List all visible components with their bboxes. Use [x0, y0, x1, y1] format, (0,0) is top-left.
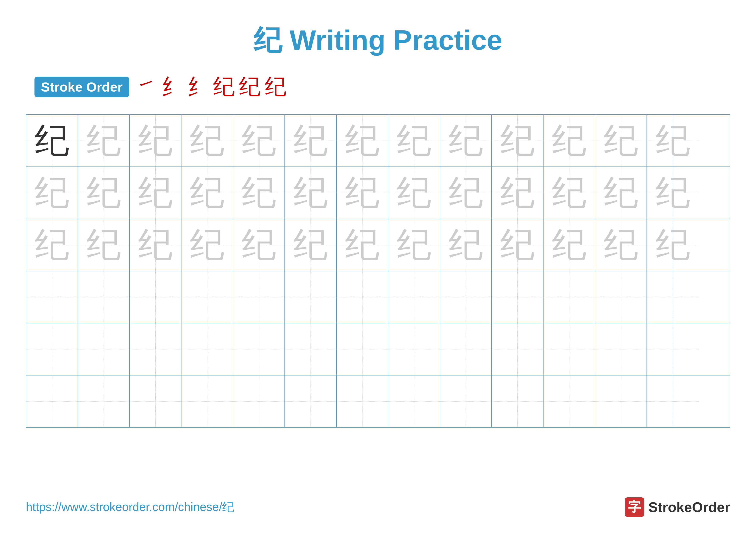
stroke-sequence: ㇀ 纟 纟 纪 纪 纪 [136, 72, 286, 101]
grid-cell-empty [130, 323, 181, 375]
grid-cell: 纪 [440, 219, 492, 271]
grid-cell-empty [78, 271, 130, 323]
footer-url: https://www.strokeorder.com/chinese/纪 [26, 499, 234, 515]
grid-cell-empty [337, 323, 388, 375]
grid-cell: 纪 [595, 167, 647, 219]
footer-logo: 字 StrokeOrder [625, 497, 730, 517]
grid-cell: 纪 [78, 167, 130, 219]
grid-cell-empty [78, 375, 130, 427]
grid-cell: 纪 [26, 167, 78, 219]
grid-cell: 纪 [233, 219, 285, 271]
grid-cell: 纪 [647, 115, 699, 166]
grid-cell: 纪 [544, 115, 595, 166]
grid-cell-empty [544, 375, 595, 427]
grid-cell-empty [233, 323, 285, 375]
grid-cell-empty [285, 271, 337, 323]
grid-row-5 [26, 323, 730, 375]
grid-cell-empty [388, 323, 440, 375]
grid-cell: 纪 [26, 115, 78, 166]
grid-cell: 纪 [181, 219, 233, 271]
grid-cell-empty [388, 271, 440, 323]
grid-cell-empty [544, 271, 595, 323]
grid-cell: 纪 [78, 219, 130, 271]
grid-cell: 纪 [492, 219, 544, 271]
grid-cell: 纪 [130, 115, 181, 166]
grid-cell: 纪 [440, 115, 492, 166]
grid-cell: 纪 [388, 219, 440, 271]
grid-cell-empty [388, 375, 440, 427]
grid-cell: 纪 [647, 167, 699, 219]
grid-cell-empty [647, 375, 699, 427]
grid-cell: 纪 [285, 219, 337, 271]
grid-cell-empty [181, 271, 233, 323]
grid-cell-empty [181, 323, 233, 375]
stroke-3: 纟 [187, 72, 209, 101]
practice-grid: 纪 纪 纪 纪 纪 纪 纪 纪 纪 [26, 114, 730, 428]
page-title: 纪 Writing Practice [254, 21, 502, 60]
grid-cell: 纪 [337, 167, 388, 219]
grid-cell-empty [26, 271, 78, 323]
grid-cell-empty [233, 375, 285, 427]
grid-cell: 纪 [492, 115, 544, 166]
grid-cell-empty [647, 323, 699, 375]
grid-cell-empty [130, 375, 181, 427]
grid-cell: 纪 [233, 167, 285, 219]
page-container: 纪 Writing Practice Stroke Order ㇀ 纟 纟 纪 … [0, 0, 756, 534]
grid-cell-empty [440, 271, 492, 323]
grid-cell-empty [337, 271, 388, 323]
stroke-order-row: Stroke Order ㇀ 纟 纟 纪 纪 纪 [26, 72, 730, 101]
grid-cell-empty [595, 375, 647, 427]
grid-row-3: 纪 纪 纪 纪 纪 纪 纪 纪 纪 [26, 219, 730, 271]
grid-cell: 纪 [26, 219, 78, 271]
grid-cell-empty [337, 375, 388, 427]
grid-cell: 纪 [233, 115, 285, 166]
grid-cell-empty [440, 375, 492, 427]
grid-cell: 纪 [130, 219, 181, 271]
grid-cell-empty [78, 323, 130, 375]
grid-cell: 纪 [440, 167, 492, 219]
grid-row-1: 纪 纪 纪 纪 纪 纪 纪 纪 纪 [26, 115, 730, 167]
grid-cell-empty [285, 375, 337, 427]
grid-cell-empty [544, 323, 595, 375]
stroke-6: 纪 [265, 72, 286, 101]
grid-cell: 纪 [337, 115, 388, 166]
stroke-4: 纪 [213, 72, 235, 101]
grid-cell: 纪 [388, 115, 440, 166]
grid-cell-empty [26, 323, 78, 375]
grid-cell-empty [492, 375, 544, 427]
grid-row-4 [26, 271, 730, 323]
grid-cell-empty [181, 375, 233, 427]
grid-cell: 纪 [492, 167, 544, 219]
logo-text: StrokeOrder [648, 499, 730, 515]
grid-cell-empty [285, 323, 337, 375]
grid-cell-empty [492, 271, 544, 323]
grid-cell: 纪 [595, 115, 647, 166]
grid-cell: 纪 [78, 115, 130, 166]
grid-cell: 纪 [130, 167, 181, 219]
grid-cell: 纪 [544, 167, 595, 219]
grid-cell: 纪 [285, 167, 337, 219]
logo-icon: 字 [625, 497, 644, 517]
grid-cell: 纪 [285, 115, 337, 166]
grid-cell: 纪 [544, 219, 595, 271]
grid-cell: 纪 [388, 167, 440, 219]
stroke-order-badge: Stroke Order [35, 77, 129, 97]
grid-cell-empty [130, 271, 181, 323]
footer: https://www.strokeorder.com/chinese/纪 字 … [26, 497, 730, 517]
grid-cell-empty [595, 271, 647, 323]
grid-cell: 纪 [337, 219, 388, 271]
grid-cell: 纪 [181, 167, 233, 219]
grid-cell-empty [26, 375, 78, 427]
grid-cell-empty [595, 323, 647, 375]
grid-cell-empty [647, 271, 699, 323]
grid-cell: 纪 [181, 115, 233, 166]
grid-row-2: 纪 纪 纪 纪 纪 纪 纪 纪 纪 [26, 167, 730, 219]
grid-cell: 纪 [647, 219, 699, 271]
stroke-2: 纟 [161, 72, 183, 101]
stroke-5: 纪 [239, 72, 260, 101]
grid-cell-empty [233, 271, 285, 323]
stroke-1: ㇀ [136, 72, 157, 101]
grid-cell: 纪 [595, 219, 647, 271]
grid-cell-empty [440, 323, 492, 375]
grid-row-6 [26, 375, 730, 427]
